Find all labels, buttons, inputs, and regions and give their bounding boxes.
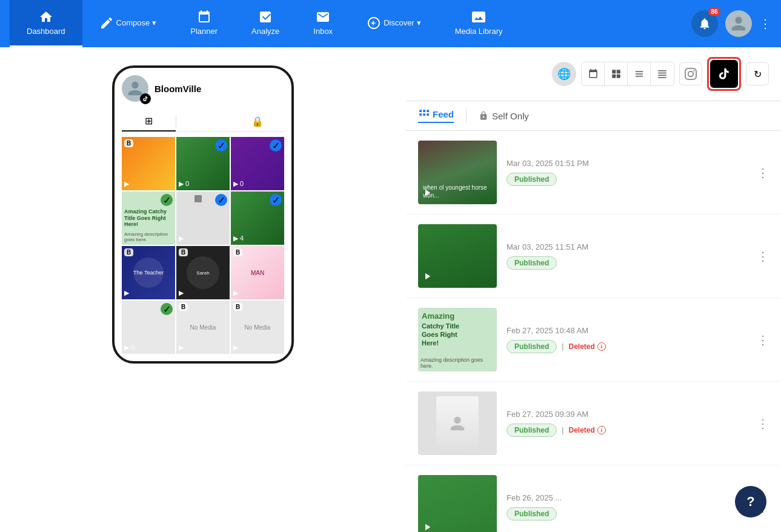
feed-item-2: Mar 03, 2025 11:51 AM Published ⋮ <box>406 214 781 298</box>
grid-cell-3-check: ✓ <box>270 139 282 151</box>
feed-more-3[interactable]: ⋮ <box>757 333 769 347</box>
nav-media-library[interactable]: Media Library <box>438 0 520 47</box>
grid-cell-2: ✓ ▶ 0 <box>176 137 230 190</box>
notifications-button[interactable]: 86 <box>691 10 718 37</box>
feed-badges-1: Published <box>507 173 747 186</box>
help-icon: ? <box>746 494 754 510</box>
grid-cell-1: B ▶ <box>122 137 175 190</box>
feed-info-4: Feb 27, 2025 09:39 AM Published | Delete… <box>507 410 747 437</box>
nav-compose-label: Compose <box>116 18 150 27</box>
nav-analyze[interactable]: Analyze <box>234 0 296 47</box>
grid-cell-6-check: ✓ <box>270 194 282 206</box>
nav-discover-label: Discover <box>384 18 414 27</box>
globe-button[interactable]: 🌐 <box>552 62 576 86</box>
tiktok-active-wrapper <box>707 57 741 91</box>
grid-cell-8-label: B <box>179 248 188 256</box>
grid-cell-12-text: No Media <box>245 324 271 331</box>
help-button[interactable]: ? <box>735 486 766 517</box>
list-view-button[interactable] <box>628 62 651 85</box>
nav-dashboard[interactable]: Dashboard <box>10 0 82 47</box>
feed-info-2: Mar 03, 2025 11:51 AM Published <box>507 242 747 270</box>
feed-date-4: Feb 27, 2025 09:39 AM <box>507 410 747 419</box>
calendar-view-button[interactable] <box>582 62 605 85</box>
phone-username: BloomVille <box>155 84 201 94</box>
phone-avatar <box>122 75 148 102</box>
more-options-button[interactable]: ⋮ <box>759 16 771 31</box>
feed-item-5: Feb 26, 2025 ... Published ⋮ <box>406 465 781 532</box>
tiktok-platform-button[interactable] <box>710 60 738 88</box>
instagram-platform-button[interactable] <box>679 62 702 85</box>
toolbar: 🌐 <box>406 47 781 101</box>
feed-more-2[interactable]: ⋮ <box>757 249 769 264</box>
nav-compose[interactable]: Compose ▾ <box>82 0 174 47</box>
grid-cell-3: ✓ ▶ 0 <box>231 137 284 190</box>
published-badge-2: Published <box>507 256 557 270</box>
grid-cell-12-label: B <box>233 303 242 311</box>
grid-cell-2-check: ✓ <box>215 139 227 151</box>
feed-thumb-4 <box>418 391 497 455</box>
grid-cell-12-play: ▶ <box>233 344 238 351</box>
grid-cell-7: B The Teacher ▶ <box>122 246 175 299</box>
feed-info-3: Feb 27, 2025 10:48 AM Published | Delete… <box>507 326 747 353</box>
discover-arrow-icon: ▾ <box>417 18 421 27</box>
feed-badges-5: Published <box>507 507 747 520</box>
feed-item-1: when ol youngest horse won... Mar 03, 20… <box>406 131 781 214</box>
phone-tab-lock[interactable]: 🔒 <box>230 112 284 131</box>
grid-cell-1-play: ▶ <box>124 180 129 188</box>
grid-cell-9-play: ▶ <box>233 289 238 297</box>
feed-more-4[interactable]: ⋮ <box>757 416 769 431</box>
compact-list-button[interactable] <box>651 62 674 85</box>
refresh-button[interactable]: ↻ <box>746 62 769 85</box>
nav-right-actions: 86 ⋮ <box>691 10 771 37</box>
top-navigation: Dashboard Compose ▾ Planner Analyze Inbo… <box>0 0 781 47</box>
grid-view-button[interactable] <box>605 62 628 85</box>
main-content: BloomVille ⊞ 🔒 B ▶ <box>0 47 781 532</box>
grid-cell-10-play: ▶ 0 <box>124 344 135 351</box>
feed-date-5: Feb 26, 2025 ... <box>507 493 747 502</box>
feed-badges-4: Published | Deleted i <box>507 424 747 437</box>
feed-item-4: Feb 27, 2025 09:39 AM Published | Delete… <box>406 382 781 465</box>
feed-tab-label: Feed <box>433 109 454 119</box>
phone-tabs: ⊞ 🔒 <box>122 111 284 132</box>
grid-cell-9: B MAN ▶ <box>231 246 284 299</box>
grid-cell-5-play: ▶ <box>179 234 184 242</box>
feed-more-1[interactable]: ⋮ <box>757 165 769 180</box>
left-panel: BloomVille ⊞ 🔒 B ▶ <box>0 47 406 532</box>
user-avatar-button[interactable] <box>725 10 752 37</box>
published-badge-3: Published <box>507 340 557 353</box>
nav-discover[interactable]: Discover ▾ <box>350 0 438 47</box>
grid-cell-6: ✓ ▶ 4 <box>231 191 284 245</box>
grid-cell-11: B No Media ▶ <box>176 301 230 354</box>
grid-cell-5: ✓ ▶ <box>176 191 230 245</box>
nav-analyze-label: Analyze <box>251 27 279 36</box>
grid-cell-11-play: ▶ <box>179 344 184 351</box>
feed-date-1: Mar 03, 2025 01:51 PM <box>507 159 747 168</box>
nav-planner[interactable]: Planner <box>173 0 234 47</box>
nav-inbox-label: Inbox <box>313 27 333 36</box>
phone-profile: BloomVille <box>122 75 284 102</box>
feed-list: when ol youngest horse won... Mar 03, 20… <box>406 131 781 532</box>
grid-cell-9-label: B <box>233 248 242 256</box>
feed-thumb-1: when ol youngest horse won... <box>418 141 497 204</box>
grid-cell-4: ✓ Amazing Catchy Title Goes Right Here! … <box>122 191 175 245</box>
feed-info-1: Mar 03, 2025 01:51 PM Published <box>507 159 747 186</box>
grid-cell-7-label: B <box>124 248 133 256</box>
feed-badges-3: Published | Deleted i <box>507 340 747 353</box>
feed-date-2: Mar 03, 2025 11:51 AM <box>507 242 747 251</box>
feed-header: Feed Self Only <box>406 101 781 131</box>
phone-tab-grid[interactable]: ⊞ <box>122 111 176 131</box>
nav-inbox[interactable]: Inbox <box>296 0 350 47</box>
grid-cell-8-play: ▶ <box>179 289 184 297</box>
grid-cell-8: B Sarah ▶ <box>176 246 230 299</box>
grid-cell-10-check: ✓ <box>161 303 173 315</box>
phone-mockup: BloomVille ⊞ 🔒 B ▶ <box>112 65 294 364</box>
grid-cell-6-play: ▶ 4 <box>233 234 244 242</box>
grid-cell-4-check: ✓ <box>161 194 173 206</box>
feed-info-5: Feb 26, 2025 ... Published <box>507 493 747 520</box>
notification-badge: 86 <box>708 8 720 16</box>
self-only-tab[interactable]: Self Only <box>479 111 529 121</box>
right-panel: 🌐 <box>406 47 781 532</box>
self-only-tab-label: Self Only <box>492 111 529 121</box>
feed-tab[interactable]: Feed <box>418 108 454 123</box>
feed-badges-2: Published <box>507 256 747 270</box>
